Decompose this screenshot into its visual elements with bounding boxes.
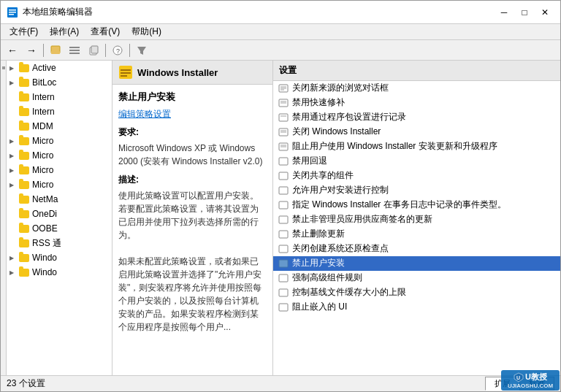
menu-view[interactable]: 查看(V) — [85, 24, 126, 39]
tree-item-2[interactable]: ▶ Intern — [7, 90, 112, 104]
tree-item-14[interactable]: ▶ Windo — [7, 265, 112, 280]
watermark-text1: U教授 — [525, 372, 547, 383]
tree-label-0: Active — [32, 63, 56, 73]
copy-button[interactable] — [85, 42, 102, 58]
folder-icon-8 — [18, 179, 30, 191]
tree-label-6: Micro — [32, 150, 53, 161]
folder-icon-13 — [18, 252, 30, 264]
menu-action[interactable]: 操作(A) — [44, 24, 85, 39]
settings-icon-15 — [278, 301, 289, 313]
settings-item-14[interactable]: 控制基线文件缓存大小的上限 — [273, 285, 560, 300]
left-indicator — [2, 66, 5, 69]
right-panel: 设置 关闭新来源的浏览对话框 禁用快速修补 — [273, 61, 560, 375]
tree-arrow-0: ▶ — [9, 65, 18, 72]
folder-icon-11 — [18, 223, 30, 234]
settings-item-15[interactable]: 阻止嵌入的 UI — [273, 300, 560, 315]
tree-arrow-14: ▶ — [9, 269, 18, 276]
svg-rect-7 — [69, 50, 80, 51]
settings-item-11[interactable]: 关闭创建系统还原检查点 — [273, 242, 560, 256]
settings-icon-11 — [278, 243, 289, 255]
settings-label-8: 指定 Windows Installer 在事务日志中记录的事件类型。 — [292, 199, 506, 211]
tree-label-2: Intern — [32, 92, 55, 102]
folder-icon-1 — [18, 77, 30, 88]
policy-link[interactable]: 编辑策略设置 — [118, 108, 267, 120]
svg-rect-34 — [279, 172, 288, 180]
settings-item-13[interactable]: 强制高级组件规则 — [273, 271, 560, 285]
folder-icon-2 — [18, 91, 30, 103]
svg-rect-3 — [9, 14, 14, 15]
settings-label-1: 禁用快速修补 — [292, 96, 345, 109]
tree-label-7: Micro — [32, 165, 53, 175]
folder-icon-14 — [18, 266, 30, 278]
tree-item-8[interactable]: ▶ Micro — [7, 177, 112, 192]
svg-rect-42 — [279, 289, 288, 296]
settings-item-8[interactable]: 指定 Windows Installer 在事务日志中记录的事件类型。 — [273, 198, 560, 212]
menu-help[interactable]: 帮助(H) — [126, 24, 167, 39]
settings-item-10[interactable]: 禁止删除更新 — [273, 227, 560, 242]
tree-item-13[interactable]: ▶ Windo — [7, 250, 112, 265]
close-button[interactable]: ✕ — [535, 5, 554, 20]
settings-item-3[interactable]: 关闭 Windows Installer — [273, 125, 560, 139]
settings-label-7: 允许用户对安装进行控制 — [292, 184, 389, 196]
tree-item-9[interactable]: ▶ NetMa — [7, 192, 112, 207]
svg-rect-2 — [9, 12, 16, 13]
settings-icon-8 — [278, 199, 289, 211]
tree-label-13: Windo — [32, 253, 57, 263]
filter-button[interactable] — [133, 42, 150, 58]
tree-item-3[interactable]: ▶ Intern — [7, 104, 112, 119]
details-button[interactable] — [66, 42, 83, 58]
tree-arrow-8: ▶ — [9, 182, 18, 188]
svg-rect-16 — [121, 72, 131, 74]
tree-item-6[interactable]: ▶ Micro — [7, 148, 112, 163]
svg-rect-37 — [279, 216, 288, 223]
settings-label-9: 禁止非管理员应用供应商签名的更新 — [292, 213, 432, 226]
settings-item-4[interactable]: 阻止用户使用 Windows Installer 安装更新和升级程序 — [273, 139, 560, 154]
minimize-button[interactable]: ─ — [495, 5, 514, 20]
description-label: 描述: — [118, 174, 267, 186]
tree-arrow-4: ▶ — [9, 123, 18, 130]
settings-item-5[interactable]: 禁用回退 — [273, 154, 560, 169]
tree-item-11[interactable]: ▶ OOBE — [7, 221, 112, 236]
tree-item-10[interactable]: ▶ OneDi — [7, 207, 112, 221]
menu-file[interactable]: 文件(F) — [4, 24, 44, 39]
tree-item-12[interactable]: ▶ RSS 通 — [7, 236, 112, 250]
help-button[interactable]: ? — [109, 42, 126, 58]
tree-item-4[interactable]: ▶ MDM — [7, 119, 112, 134]
settings-item-2[interactable]: 禁用通过程序包设置进行记录 — [273, 110, 560, 125]
window-title: 本地组策略编辑器 — [23, 6, 93, 18]
settings-icon-10 — [278, 228, 289, 240]
settings-icon-3 — [278, 126, 289, 138]
settings-item-6[interactable]: 关闭共享的组件 — [273, 169, 560, 183]
tree-label-12: RSS 通 — [32, 237, 61, 250]
title-controls: ─ □ ✕ — [495, 5, 554, 20]
settings-item-1[interactable]: 禁用快速修补 — [273, 96, 560, 110]
tree-item-1[interactable]: ▶ BitLoc — [7, 75, 112, 90]
tree-label-5: Micro — [32, 136, 53, 146]
settings-label-12: 禁止用户安装 — [292, 257, 345, 269]
up-button[interactable] — [47, 42, 64, 58]
settings-item-12[interactable]: 禁止用户安装 — [273, 256, 560, 271]
svg-rect-40 — [279, 260, 288, 267]
tree-item-0[interactable]: ▶ Active — [7, 61, 112, 75]
tree-arrow-6: ▶ — [9, 153, 18, 159]
settings-label-0: 关闭新来源的浏览对话框 — [292, 82, 389, 94]
settings-item-7[interactable]: 允许用户对安装进行控制 — [273, 183, 560, 198]
settings-item-0[interactable]: 关闭新来源的浏览对话框 — [273, 81, 560, 96]
svg-text:U: U — [516, 375, 520, 380]
svg-rect-1 — [9, 9, 16, 11]
back-button[interactable]: ← — [4, 42, 21, 58]
toolbar-separator-1 — [43, 44, 44, 57]
tree-item-5[interactable]: ▶ Micro — [7, 134, 112, 148]
settings-item-9[interactable]: 禁止非管理员应用供应商签名的更新 — [273, 212, 560, 227]
svg-rect-8 — [69, 53, 80, 54]
forward-button[interactable]: → — [23, 42, 40, 58]
tree-panel: ▶ Active ▶ BitLoc ▶ Intern ▶ Intern ▶ — [7, 61, 112, 375]
settings-icon-5 — [278, 155, 289, 167]
shield-icon: U — [514, 372, 524, 383]
svg-text:?: ? — [116, 47, 120, 55]
tree-label-8: Micro — [32, 180, 53, 190]
tree-label-1: BitLoc — [32, 77, 56, 88]
settings-icon-7 — [278, 185, 289, 196]
maximize-button[interactable]: □ — [515, 5, 534, 20]
tree-item-7[interactable]: ▶ Micro — [7, 163, 112, 177]
